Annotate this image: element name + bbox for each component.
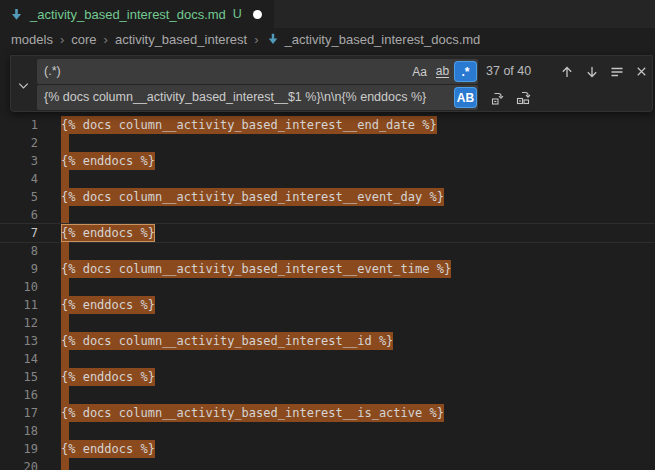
editor-line[interactable]: 9 {% docs column__activity_based_interes… [0, 260, 655, 278]
editor-line[interactable]: 6 [0, 206, 655, 224]
preserve-case-toggle[interactable]: AB [455, 88, 476, 107]
find-match-highlight [61, 386, 69, 404]
find-match-highlight [61, 458, 69, 470]
find-match-highlight [61, 278, 69, 296]
line-code[interactable]: {% docs column__activity_based_interest_… [61, 260, 451, 278]
line-number[interactable]: 16 [0, 386, 38, 404]
find-match-highlight: {% docs column__activity_based_interest_… [61, 116, 437, 134]
find-match-highlight [61, 350, 69, 368]
find-match-highlight: {% docs column__activity_based_interest_… [61, 260, 451, 278]
toggle-replace-chevron-icon[interactable] [13, 75, 33, 95]
modified-dot-icon[interactable] [253, 10, 262, 19]
line-code[interactable]: {% docs column__activity_based_interest_… [61, 188, 444, 206]
editor-line[interactable]: 12 [0, 314, 655, 332]
editor-line[interactable]: 3 {% enddocs %} [0, 152, 655, 170]
find-match-highlight [61, 314, 69, 332]
replace-button[interactable] [487, 87, 508, 108]
line-number[interactable]: 17 [0, 404, 38, 422]
line-number[interactable]: 4 [0, 170, 38, 188]
match-count: 37 of 40 [486, 59, 531, 84]
line-number[interactable]: 5 [0, 188, 38, 206]
regex-toggle[interactable]: .* [455, 62, 476, 81]
chevron-right-icon: › [104, 32, 108, 47]
markdown-icon [9, 7, 24, 22]
next-match-button[interactable] [581, 61, 602, 82]
find-match-highlight [61, 242, 69, 260]
editor-line[interactable]: 1 {% docs column__activity_based_interes… [0, 116, 655, 134]
match-case-toggle[interactable]: Aa [409, 62, 430, 81]
line-code[interactable] [61, 458, 69, 470]
breadcrumb-item-file[interactable]: _activity_based_interest_docs.md [285, 32, 481, 47]
line-number[interactable]: 7 [0, 224, 38, 242]
line-code[interactable]: {% docs column__activity_based_interest_… [61, 116, 437, 134]
tab-active-file[interactable]: _activity_based_interest_docs.md U [0, 0, 274, 28]
line-number[interactable]: 3 [0, 152, 38, 170]
editor-line[interactable]: 4 [0, 170, 655, 188]
line-number[interactable]: 1 [0, 116, 38, 134]
editor-line[interactable]: 17 {% docs column__activity_based_intere… [0, 404, 655, 422]
chevron-right-icon: › [60, 32, 64, 47]
line-number[interactable]: 10 [0, 278, 38, 296]
breadcrumb-item-core[interactable]: core [71, 32, 96, 47]
find-match-highlight [61, 422, 69, 440]
find-match-highlight [61, 134, 69, 152]
line-code[interactable]: {% enddocs %} [61, 440, 155, 458]
breadcrumb-item-activity-based-interest[interactable]: activity_based_interest [115, 32, 247, 47]
replace-options: AB [455, 88, 476, 107]
editor-line[interactable]: 15 {% enddocs %} [0, 368, 655, 386]
find-match-highlight: {% docs column__activity_based_interest_… [61, 188, 444, 206]
editor-line[interactable]: 10 [0, 278, 655, 296]
line-code[interactable]: {% enddocs %} [61, 296, 155, 314]
tab-filename: _activity_based_interest_docs.md [30, 7, 226, 22]
line-code[interactable]: {% docs column__activity_based_interest_… [61, 332, 393, 350]
editor-line[interactable]: 20 [0, 458, 655, 470]
editor-line[interactable]: 14 [0, 350, 655, 368]
line-number[interactable]: 20 [0, 458, 38, 470]
editor-line[interactable]: 18 [0, 422, 655, 440]
replace-input[interactable]: {% docs column__activity_based_interest_… [37, 85, 478, 110]
breadcrumb-item-models[interactable]: models [11, 32, 53, 47]
line-number[interactable]: 18 [0, 422, 38, 440]
find-match-highlight: {% enddocs %} [61, 368, 155, 386]
editor-line[interactable]: 16 [0, 386, 655, 404]
previous-match-button[interactable] [556, 61, 577, 82]
editor-line[interactable]: 19 {% enddocs %} [0, 440, 655, 458]
find-match-highlight: {% docs column__activity_based_interest_… [61, 332, 393, 350]
line-number[interactable]: 14 [0, 350, 38, 368]
replace-all-button[interactable] [513, 87, 534, 108]
line-code[interactable]: {% enddocs %} [61, 152, 155, 170]
find-match-highlight: {% enddocs %} [61, 296, 155, 314]
editor-line[interactable]: 8 [0, 242, 655, 260]
markdown-icon [266, 32, 280, 46]
chevron-right-icon: › [254, 32, 258, 47]
line-number[interactable]: 6 [0, 206, 38, 224]
line-number[interactable]: 12 [0, 314, 38, 332]
editor-line[interactable]: 7 {% enddocs %} [0, 224, 655, 242]
line-code[interactable]: {% enddocs %} [61, 368, 155, 386]
find-in-selection-button[interactable] [606, 61, 627, 82]
find-match-highlight: {% enddocs %} [61, 224, 155, 242]
line-number[interactable]: 13 [0, 332, 38, 350]
editor-line[interactable]: 13 {% docs column__activity_based_intere… [0, 332, 655, 350]
find-input[interactable]: (.*) Aa ab .* [37, 59, 478, 84]
line-number[interactable]: 11 [0, 296, 38, 314]
editor-line[interactable]: 11 {% enddocs %} [0, 296, 655, 314]
breadcrumb: models › core › activity_based_interest … [0, 28, 655, 50]
code-editor[interactable]: 1 {% docs column__activity_based_interes… [0, 50, 655, 470]
editor-line[interactable]: 5 {% docs column__activity_based_interes… [0, 188, 655, 206]
whole-word-toggle[interactable]: ab [432, 62, 453, 81]
close-icon[interactable] [631, 61, 652, 82]
line-code[interactable]: {% docs column__activity_based_interest_… [61, 404, 444, 422]
line-number[interactable]: 15 [0, 368, 38, 386]
line-number[interactable]: 9 [0, 260, 38, 278]
line-code[interactable]: {% enddocs %} [61, 224, 155, 242]
find-options: Aa ab .* [409, 62, 476, 81]
editor-lines: 1 {% docs column__activity_based_interes… [0, 116, 655, 470]
line-number[interactable]: 19 [0, 440, 38, 458]
replace-input-value[interactable]: {% docs column__activity_based_interest_… [37, 85, 478, 110]
line-number[interactable]: 2 [0, 134, 38, 152]
line-number[interactable]: 8 [0, 242, 38, 260]
editor-line[interactable]: 2 [0, 134, 655, 152]
find-replace-widget: (.*) Aa ab .* 37 of 40 {% docs column__a… [10, 55, 653, 112]
find-match-highlight: {% docs column__activity_based_interest_… [61, 404, 444, 422]
